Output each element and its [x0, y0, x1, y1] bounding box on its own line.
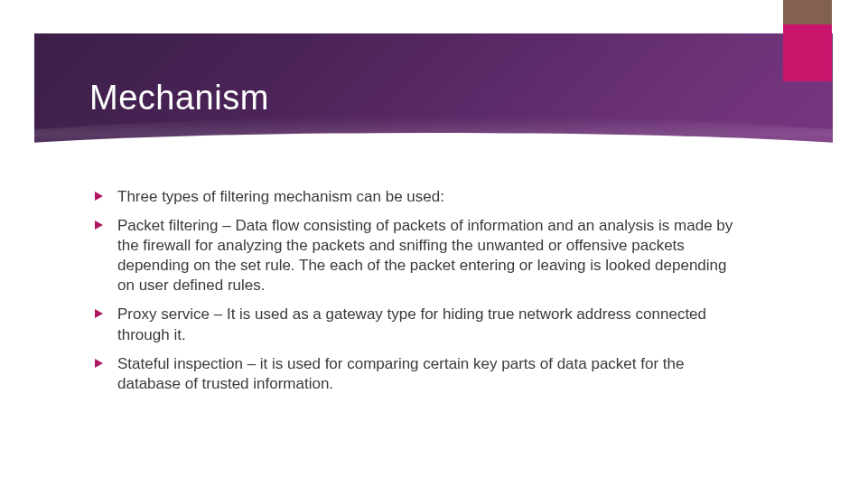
slide-content: Three types of filtering mechanism can b… [94, 187, 744, 403]
bullet-item: Three types of filtering mechanism can b… [94, 187, 744, 207]
play-bullet-icon [94, 358, 112, 369]
slide-header: Mechanism [34, 33, 833, 160]
play-bullet-icon [94, 308, 112, 319]
bullet-text: Three types of filtering mechanism can b… [117, 187, 444, 207]
bullet-text: Packet filtering – Data flow consisting … [117, 216, 744, 296]
play-bullet-icon [94, 220, 112, 230]
bullet-item: Packet filtering – Data flow consisting … [94, 216, 744, 296]
slide-container: Mechanism Three types of filtering mecha… [34, 33, 833, 488]
bullet-item: Stateful inspection – it is used for com… [94, 354, 744, 394]
slide-title: Mechanism [89, 79, 269, 117]
header-wave-decoration [34, 117, 833, 160]
bullet-text: Stateful inspection – it is used for com… [117, 354, 744, 394]
bullet-text: Proxy service – It is used as a gateway … [117, 305, 744, 344]
accent-overlay [783, 0, 832, 24]
play-bullet-icon [94, 191, 112, 202]
bullet-item: Proxy service – It is used as a gateway … [94, 305, 744, 344]
